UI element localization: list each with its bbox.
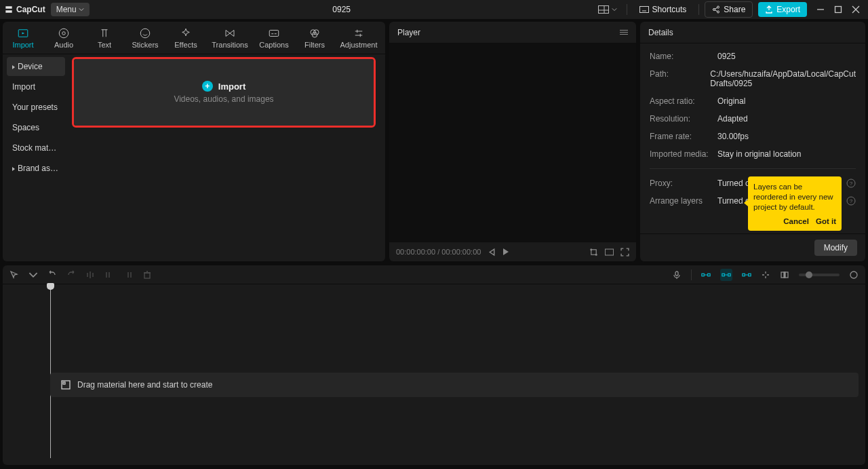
sidebar-item-stock[interactable]: Stock mater...	[7, 138, 65, 157]
sidebar-item-presets[interactable]: Your presets	[7, 98, 65, 117]
svg-rect-35	[675, 271, 678, 276]
chevron-down-icon	[79, 7, 84, 12]
selection-tool[interactable]	[9, 270, 19, 280]
player-title: Player	[397, 28, 420, 37]
svg-rect-37	[708, 274, 711, 276]
track-toggle-2[interactable]	[720, 269, 732, 281]
sidebar-item-brand[interactable]: Brand assets	[7, 159, 65, 178]
player-menu-icon[interactable]	[620, 30, 628, 35]
delete-button[interactable]	[142, 270, 152, 280]
chevron-down-icon	[612, 7, 617, 12]
timeline-ruler[interactable]	[50, 284, 865, 295]
sidebar-item-spaces[interactable]: Spaces	[7, 118, 65, 137]
zoom-slider[interactable]	[799, 274, 840, 276]
svg-rect-26	[591, 249, 596, 254]
divider	[650, 168, 856, 169]
delete-right-button[interactable]	[123, 270, 133, 280]
tab-effects[interactable]: Effects	[165, 24, 206, 51]
detail-framerate-value: 30.00fps	[717, 132, 856, 141]
snap-button[interactable]	[761, 270, 770, 280]
details-title: Details	[648, 28, 673, 37]
tooltip-text: Layers can be reordered in every new pro…	[753, 182, 836, 212]
layout-icon	[598, 5, 609, 14]
player-canvas[interactable]	[389, 43, 636, 242]
undo-button[interactable]	[47, 270, 57, 280]
share-button[interactable]: Share	[705, 1, 753, 18]
tab-filters[interactable]: Filters	[294, 24, 335, 51]
sidebar-item-import[interactable]: Import	[7, 77, 65, 96]
help-icon[interactable]: ?	[846, 196, 856, 206]
tab-transitions[interactable]: Transitions	[206, 24, 254, 51]
play-button[interactable]	[503, 248, 509, 255]
filters-icon	[309, 27, 321, 39]
timeline-toolbar	[3, 265, 865, 284]
svg-text:?: ?	[850, 181, 853, 187]
track-toggle-1[interactable]	[701, 270, 711, 280]
timeline-drop-hint: Drag material here and start to create	[50, 373, 859, 397]
help-icon[interactable]: ?	[846, 179, 856, 188]
svg-rect-22	[269, 30, 279, 36]
project-title: 0925	[95, 5, 589, 14]
tool-dropdown[interactable]	[28, 270, 38, 280]
svg-point-47	[850, 271, 857, 278]
tab-audio[interactable]: Audio	[43, 24, 84, 51]
media-placeholder-icon	[61, 380, 71, 390]
sidebar-item-device[interactable]: Device	[7, 57, 65, 76]
detail-imported-label: Imported media:	[650, 149, 712, 159]
import-dropzone[interactable]: + Import Videos, audios, and images	[74, 59, 374, 126]
tab-captions[interactable]: Captions	[254, 24, 294, 51]
minimize-button[interactable]	[816, 5, 825, 14]
app-logo: CapCut	[4, 5, 45, 14]
export-icon	[765, 5, 773, 14]
timeline-playhead[interactable]	[50, 284, 51, 458]
player-timecode: 00:00:00:00 / 00:00:00:00	[396, 248, 481, 256]
delete-left-button[interactable]	[104, 270, 114, 280]
svg-rect-39	[722, 274, 725, 276]
tab-adjustment[interactable]: Adjustment	[335, 24, 382, 51]
tab-text[interactable]: Text	[84, 24, 125, 51]
detail-path-label: Path:	[650, 69, 705, 88]
fit-button[interactable]	[849, 270, 859, 280]
detail-framerate-label: Frame rate:	[650, 132, 712, 141]
ratio-button[interactable]	[605, 248, 614, 257]
tooltip-cancel-button[interactable]: Cancel	[783, 217, 809, 227]
close-button[interactable]	[852, 5, 860, 14]
svg-text:?: ?	[850, 198, 853, 204]
svg-rect-49	[63, 382, 65, 384]
detail-path-value: C:/Users/huzaifa/AppData/Local/CapCut Dr…	[710, 69, 856, 88]
export-button[interactable]: Export	[758, 2, 807, 17]
svg-rect-36	[702, 274, 705, 276]
redo-button[interactable]	[66, 270, 76, 280]
shortcuts-button[interactable]: Shortcuts	[633, 2, 694, 17]
maximize-button[interactable]	[834, 5, 842, 14]
plus-icon: +	[202, 81, 213, 92]
divider	[691, 269, 692, 280]
adjustment-icon	[353, 27, 365, 39]
tooltip-gotit-button[interactable]: Got it	[816, 217, 836, 227]
svg-rect-34	[144, 273, 150, 278]
fullscreen-button[interactable]	[620, 248, 629, 257]
timeline-track-area[interactable]: Drag material here and start to create	[3, 284, 865, 465]
import-subtitle: Videos, audios, and images	[174, 94, 273, 104]
split-button[interactable]	[85, 270, 95, 280]
arrange-layers-tooltip: Layers can be reordered in every new pro…	[748, 176, 842, 231]
preview-button[interactable]	[780, 270, 789, 280]
svg-rect-42	[743, 274, 745, 276]
crop-button[interactable]	[589, 248, 598, 257]
media-panel: Import Audio Text Stickers Effects Trans…	[3, 22, 385, 261]
svg-rect-3	[639, 7, 648, 13]
svg-point-21	[140, 29, 150, 38]
modify-button[interactable]: Modify	[814, 240, 857, 256]
layout-picker[interactable]	[594, 5, 621, 14]
detail-resolution-value: Adapted	[717, 114, 856, 124]
transitions-icon	[224, 27, 236, 39]
mic-button[interactable]	[672, 270, 682, 280]
menu-button[interactable]: Menu	[51, 3, 90, 16]
prev-frame-button[interactable]	[488, 248, 496, 257]
track-toggle-3[interactable]	[742, 270, 751, 280]
detail-name-label: Name:	[650, 52, 712, 61]
media-tab-row: Import Audio Text Stickers Effects Trans…	[3, 22, 385, 54]
tab-stickers[interactable]: Stickers	[125, 24, 165, 51]
captions-icon	[268, 27, 280, 39]
tab-import[interactable]: Import	[3, 24, 43, 51]
